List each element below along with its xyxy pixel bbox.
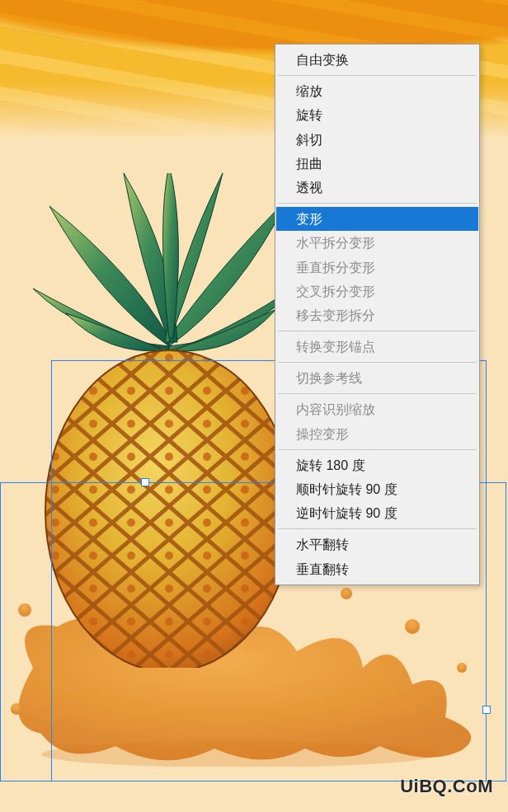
- menu-separator: [278, 449, 477, 450]
- menu-rotate-90-ccw[interactable]: 逆时针旋转 90 度: [276, 501, 478, 525]
- menu-separator: [278, 331, 477, 331]
- menu-distort[interactable]: 扭曲: [276, 152, 478, 176]
- watermark: UiBQ.CoM: [400, 776, 493, 797]
- menu-toggle-guides: 切换参考线: [276, 366, 478, 390]
- transform-handle[interactable]: [482, 706, 491, 714]
- transform-context-menu: 自由变换缩放旋转斜切扭曲透视变形水平拆分变形垂直拆分变形交叉拆分变形移去变形拆分…: [275, 44, 480, 585]
- menu-scale[interactable]: 缩放: [276, 79, 478, 103]
- menu-warp[interactable]: 变形: [276, 207, 478, 231]
- menu-puppet-warp: 操控变形: [276, 422, 478, 446]
- menu-perspective[interactable]: 透视: [276, 176, 478, 199]
- menu-rotate[interactable]: 旋转: [276, 103, 478, 127]
- menu-content-aware-scale: 内容识别缩放: [276, 397, 478, 421]
- menu-remove-warp-split: 移去变形拆分: [276, 303, 478, 327]
- menu-split-warp-cross: 交叉拆分变形: [276, 279, 478, 303]
- menu-separator: [278, 362, 477, 363]
- menu-split-warp-v: 垂直拆分变形: [276, 256, 478, 279]
- editor-canvas[interactable]: 自由变换缩放旋转斜切扭曲透视变形水平拆分变形垂直拆分变形交叉拆分变形移去变形拆分…: [0, 0, 508, 812]
- menu-flip-v[interactable]: 垂直翻转: [276, 557, 478, 581]
- menu-skew[interactable]: 斜切: [276, 128, 478, 152]
- menu-rotate-90-cw[interactable]: 顺时针旋转 90 度: [276, 477, 478, 501]
- menu-separator: [278, 203, 477, 204]
- menu-convert-warp-anchor: 转换变形锚点: [276, 335, 478, 359]
- menu-rotate-180[interactable]: 旋转 180 度: [276, 453, 478, 477]
- menu-free-transform[interactable]: 自由变换: [276, 48, 478, 72]
- menu-split-warp-h: 水平拆分变形: [276, 231, 478, 255]
- menu-flip-h[interactable]: 水平翻转: [276, 533, 478, 556]
- menu-separator: [278, 528, 477, 529]
- menu-separator: [278, 393, 477, 394]
- menu-separator: [278, 75, 477, 76]
